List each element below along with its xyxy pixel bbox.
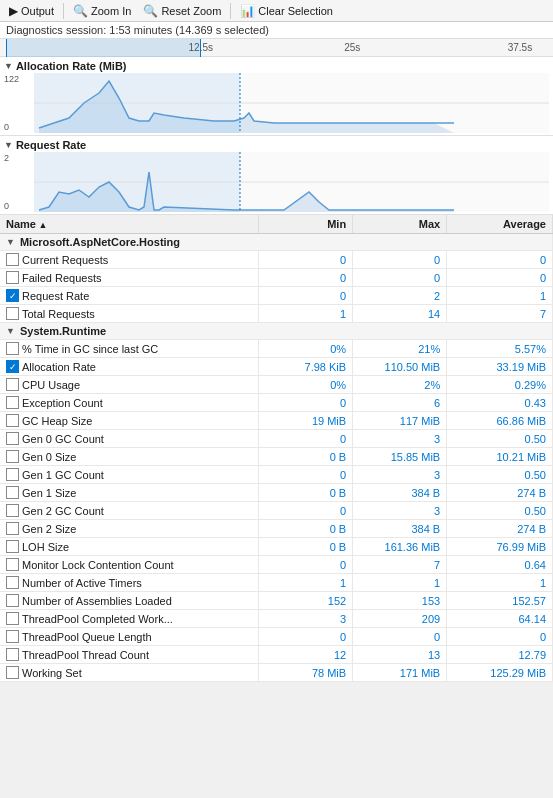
checkbox[interactable] (6, 504, 19, 517)
table-row[interactable]: ThreadPool Thread Count 12 13 12.79 (0, 646, 553, 664)
checkbox[interactable] (6, 630, 19, 643)
row-max: 3 (353, 502, 447, 520)
table-row[interactable]: Current Requests 0 0 0 (0, 251, 553, 269)
checkbox[interactable] (6, 414, 19, 427)
timeline-ruler[interactable]: 12.5s 25s 37.5s (0, 39, 553, 57)
checkbox[interactable] (6, 648, 19, 661)
row-min: 0 (259, 251, 353, 269)
checkbox[interactable] (6, 666, 19, 679)
zoom-in-icon: 🔍 (73, 5, 88, 17)
checkbox[interactable] (6, 558, 19, 571)
group-header-row[interactable]: ▼ Microsoft.AspNetCore.Hosting (0, 234, 553, 251)
row-avg: 125.29 MiB (447, 664, 553, 682)
row-name-cell: Gen 2 GC Count (0, 502, 259, 520)
ruler-label-37s: 37.5s (508, 42, 532, 53)
checkbox[interactable]: ✓ (6, 289, 19, 302)
clear-selection-label: Clear Selection (258, 5, 333, 17)
row-max: 153 (353, 592, 447, 610)
checkbox[interactable] (6, 396, 19, 409)
table-row[interactable]: Failed Requests 0 0 0 (0, 269, 553, 287)
output-label: Output (21, 5, 54, 17)
checkbox[interactable] (6, 378, 19, 391)
table-row[interactable]: Working Set 78 MiB 171 MiB 125.29 MiB (0, 664, 553, 682)
checkbox[interactable] (6, 271, 19, 284)
col-header-max[interactable]: Max (353, 215, 447, 234)
checkbox[interactable] (6, 540, 19, 553)
col-header-min[interactable]: Min (259, 215, 353, 234)
session-text: Diagnostics session: 1:53 minutes (14.36… (6, 24, 269, 36)
row-max: 0 (353, 628, 447, 646)
table-row[interactable]: Exception Count 0 6 0.43 (0, 394, 553, 412)
table-row[interactable]: % Time in GC since last GC 0% 21% 5.57% (0, 340, 553, 358)
table-row[interactable]: ✓ Request Rate 0 2 1 (0, 287, 553, 305)
row-avg: 64.14 (447, 610, 553, 628)
checkbox[interactable] (6, 522, 19, 535)
table-row[interactable]: Total Requests 1 14 7 (0, 305, 553, 323)
group-triangle: ▼ (6, 237, 15, 247)
row-name: Gen 0 Size (22, 451, 76, 463)
row-name: Number of Active Timers (22, 577, 142, 589)
group-name-cell[interactable]: ▼ System.Runtime (0, 323, 553, 340)
table-row[interactable]: Gen 0 GC Count 0 3 0.50 (0, 430, 553, 448)
row-max: 171 MiB (353, 664, 447, 682)
allocation-rate-title: Allocation Rate (MiB) (16, 60, 127, 72)
table-row[interactable]: ThreadPool Completed Work... 3 209 64.14 (0, 610, 553, 628)
row-avg: 274 B (447, 520, 553, 538)
row-name: Number of Assemblies Loaded (22, 595, 172, 607)
table-row[interactable]: Monitor Lock Contention Count 0 7 0.64 (0, 556, 553, 574)
table-row[interactable]: Gen 1 GC Count 0 3 0.50 (0, 466, 553, 484)
checkbox[interactable] (6, 576, 19, 589)
col-header-avg[interactable]: Average (447, 215, 553, 234)
row-max: 161.36 MiB (353, 538, 447, 556)
checkbox[interactable]: ✓ (6, 360, 19, 373)
table-row[interactable]: Gen 1 Size 0 B 384 B 274 B (0, 484, 553, 502)
checkbox[interactable] (6, 342, 19, 355)
table-row[interactable]: ✓ Allocation Rate 7.98 KiB 110.50 MiB 33… (0, 358, 553, 376)
table-row[interactable]: Gen 2 GC Count 0 3 0.50 (0, 502, 553, 520)
checkbox[interactable] (6, 486, 19, 499)
table-row[interactable]: LOH Size 0 B 161.36 MiB 76.99 MiB (0, 538, 553, 556)
row-name-cell: % Time in GC since last GC (0, 340, 259, 358)
row-name: ThreadPool Completed Work... (22, 613, 173, 625)
table-row[interactable]: Gen 0 Size 0 B 15.85 MiB 10.21 MiB (0, 448, 553, 466)
row-min: 3 (259, 610, 353, 628)
reset-zoom-button[interactable]: 🔍 Reset Zoom (138, 4, 226, 18)
request-rate-header[interactable]: ▼ Request Rate (0, 138, 553, 152)
row-name-cell: ThreadPool Completed Work... (0, 610, 259, 628)
req-y-min: 0 (4, 201, 32, 211)
table-row[interactable]: Number of Active Timers 1 1 1 (0, 574, 553, 592)
checkbox[interactable] (6, 307, 19, 320)
checkbox[interactable] (6, 450, 19, 463)
clear-selection-button[interactable]: 📊 Clear Selection (235, 4, 338, 18)
group-name-cell[interactable]: ▼ Microsoft.AspNetCore.Hosting (0, 234, 553, 251)
table-row[interactable]: Number of Assemblies Loaded 152 153 152.… (0, 592, 553, 610)
table-row[interactable]: ThreadPool Queue Length 0 0 0 (0, 628, 553, 646)
zoom-in-button[interactable]: 🔍 Zoom In (68, 4, 136, 18)
checkbox[interactable] (6, 432, 19, 445)
checkbox[interactable] (6, 468, 19, 481)
row-max: 117 MiB (353, 412, 447, 430)
req-y-max: 2 (4, 153, 32, 163)
row-avg: 5.57% (447, 340, 553, 358)
checkbox[interactable] (6, 253, 19, 266)
row-name: Gen 1 Size (22, 487, 76, 499)
row-name-cell: Gen 2 Size (0, 520, 259, 538)
row-min: 7.98 KiB (259, 358, 353, 376)
col-header-name[interactable]: Name (0, 215, 259, 234)
checkbox[interactable] (6, 594, 19, 607)
table-row[interactable]: Gen 2 Size 0 B 384 B 274 B (0, 520, 553, 538)
group-header-row[interactable]: ▼ System.Runtime (0, 323, 553, 340)
row-avg: 10.21 MiB (447, 448, 553, 466)
checkbox[interactable] (6, 612, 19, 625)
zoom-in-label: Zoom In (91, 5, 131, 17)
row-name: Gen 1 GC Count (22, 469, 104, 481)
row-max: 110.50 MiB (353, 358, 447, 376)
allocation-rate-header[interactable]: ▼ Allocation Rate (MiB) (0, 59, 553, 73)
ruler-selection[interactable] (6, 39, 201, 57)
row-max: 13 (353, 646, 447, 664)
table-row[interactable]: CPU Usage 0% 2% 0.29% (0, 376, 553, 394)
table-row[interactable]: GC Heap Size 19 MiB 117 MiB 66.86 MiB (0, 412, 553, 430)
output-button[interactable]: ▶ Output (4, 4, 59, 18)
row-name: Failed Requests (22, 272, 102, 284)
row-min: 0 (259, 466, 353, 484)
